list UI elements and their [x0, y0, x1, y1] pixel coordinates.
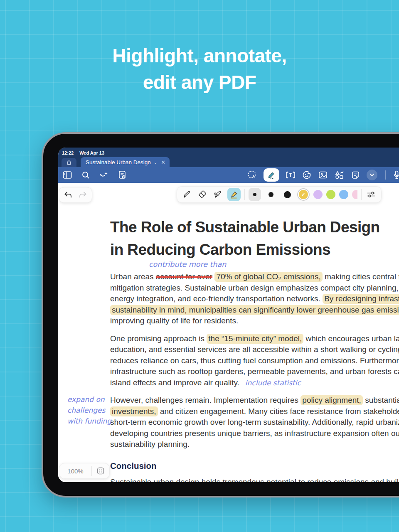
- search-icon[interactable]: [81, 170, 91, 180]
- page-navigator-button[interactable]: [92, 467, 109, 475]
- text-segment: island effects and improve air quality.: [110, 378, 239, 387]
- color-swatch-blue[interactable]: [339, 190, 348, 199]
- annotation-toolbar: ✓: [177, 186, 382, 203]
- more-tools-button[interactable]: [367, 170, 377, 180]
- document-text-line: energy integration, and eco-friendly tra…: [110, 293, 399, 305]
- document-text-line: improving quality of life for residents.: [110, 315, 399, 327]
- highlighter-icon-selected[interactable]: [227, 188, 241, 201]
- pen-tool-active-button[interactable]: [264, 168, 279, 182]
- text-segment: and citizen engagement. Many cities face…: [158, 407, 399, 416]
- tab-chevron-down-icon[interactable]: ⌄: [154, 160, 157, 165]
- document-text-line: Urban areas account for over 70% of glob…: [110, 271, 399, 283]
- eraser-icon[interactable]: [197, 189, 208, 200]
- document-tab[interactable]: Sustainable Urban Design ⌄ ✕: [81, 157, 170, 167]
- mic-record-button[interactable]: [394, 170, 399, 180]
- conclusion-heading: Conclusion: [110, 461, 399, 471]
- lasso-select-icon[interactable]: [247, 170, 257, 180]
- ballpoint-pen-icon[interactable]: [181, 189, 193, 200]
- document-text-line: short-term economic growth over long-ter…: [110, 417, 399, 428]
- hero-line2: edit any PDF: [143, 71, 256, 93]
- text-segment: developing countries presents unique bar…: [110, 429, 399, 438]
- document-text-line: sustainability planning.: [110, 439, 399, 450]
- stroke-size-large[interactable]: [281, 188, 293, 201]
- text-segment: However, challenges remain. Implementati…: [110, 396, 300, 404]
- tab-close-icon[interactable]: ✕: [160, 159, 165, 165]
- text-segment: Urban areas: [110, 272, 156, 281]
- ipad-device-frame: 12:22 Wed Apr 13 Sustainable Urban Desig…: [42, 132, 399, 498]
- margin-note-line3: with funding: [67, 416, 111, 426]
- document-text-line: developing countries presents unique bar…: [110, 428, 399, 439]
- ai-sparkle-icon[interactable]: [99, 170, 109, 180]
- tab-bar: Sustainable Urban Design ⌄ ✕: [58, 157, 399, 167]
- annotation-divider: [244, 189, 245, 200]
- text-segment: sustainability planning.: [110, 440, 190, 448]
- text-segment: One promising approach is: [110, 334, 207, 343]
- highlighted-text: investments,: [110, 406, 158, 416]
- sticker-smiley-icon[interactable]: [302, 170, 312, 180]
- hero-line1: Highlight, annotate,: [112, 45, 286, 66]
- text-segment: substantial: [363, 396, 399, 404]
- toolbar-right-group: [247, 168, 399, 182]
- document-title-line2: in Reducing Carbon Emissions: [110, 239, 399, 261]
- undo-redo-pill: [59, 187, 92, 203]
- color-swatch-pink-clipped[interactable]: [352, 188, 357, 201]
- redo-button[interactable]: [77, 189, 89, 201]
- text-segment: infrastructure such as rooftop gardens, …: [110, 367, 399, 376]
- text-segment: mitigation strategies. Sustainable urban…: [110, 283, 399, 292]
- handwritten-margin-note: expand on challenges with funding: [67, 394, 111, 426]
- undo-button[interactable]: [62, 189, 74, 201]
- document-text-line: reduces reliance on cars, thus cutting f…: [110, 355, 399, 367]
- home-button[interactable]: [62, 158, 76, 167]
- document-text-line: mitigation strategies. Sustainable urban…: [110, 283, 399, 294]
- document-text-line: sustainability in mind, municipalities c…: [110, 305, 399, 316]
- toolbar-divider: [385, 170, 386, 180]
- color-swatch-yellow-selected[interactable]: ✓: [297, 188, 310, 201]
- conclusion-paragraph: Sustainable urban design holds tremendou…: [110, 477, 399, 483]
- check-icon: ✓: [299, 190, 308, 199]
- handwritten-inline-note: include statistic: [245, 379, 301, 387]
- text-segment: improving quality of life for residents.: [110, 316, 238, 325]
- document-text-line: However, challenges remain. Implementati…: [110, 395, 399, 406]
- handwritten-insert-note: contribute more than: [149, 260, 226, 268]
- shapes-tool-icon[interactable]: [334, 170, 344, 180]
- toolbar-left-group: [62, 170, 127, 180]
- highlighted-text: policy alignment,: [300, 395, 363, 405]
- color-swatch-lavender[interactable]: [313, 190, 323, 199]
- text-segment: making cities central to climate: [323, 272, 399, 281]
- hero-heading: Highlight, annotate,edit any PDF: [0, 42, 399, 96]
- margin-note-line2: challenges: [67, 405, 111, 416]
- text-segment: short-term economic growth over long-ter…: [110, 418, 399, 426]
- stroke-size-small-selected[interactable]: [249, 188, 261, 201]
- zoom-level-value[interactable]: 100%: [59, 468, 91, 475]
- fine-pen-icon[interactable]: [212, 189, 224, 200]
- status-date: Wed Apr 13: [79, 150, 104, 155]
- note-tool-icon[interactable]: [350, 170, 360, 180]
- margin-note-line1: expand on: [67, 394, 111, 405]
- stroke-size-medium[interactable]: [265, 188, 277, 201]
- pen-settings-sliders-icon[interactable]: [365, 189, 377, 200]
- main-toolbar: [58, 167, 399, 183]
- home-icon: [64, 158, 74, 167]
- pdf-page-content: The Role of Sustainable Urban Design in …: [110, 183, 399, 482]
- highlighted-text: sustainability in mind, municipalities c…: [110, 305, 399, 315]
- image-tool-icon[interactable]: [318, 170, 328, 180]
- paragraph-1: Urban areas account for over 70% of glob…: [110, 271, 399, 327]
- color-swatch-green[interactable]: [326, 190, 335, 199]
- document-scan-icon[interactable]: [117, 170, 127, 180]
- sidebar-panel-icon[interactable]: [62, 170, 72, 180]
- highlighted-text: 70% of global CO₂ emissions,: [214, 272, 322, 282]
- annotation-divider-2: [361, 189, 362, 200]
- pdf-document-area: ✓ The Role of Sustainable Urban Design i…: [58, 183, 399, 482]
- text-segment: education, and essential services are al…: [110, 345, 399, 354]
- document-text-line: One promising approach is the “15-minute…: [110, 333, 399, 345]
- highlighted-text: By redesigning infrastructure with: [323, 294, 399, 304]
- text-segment: which encourages urban layouts where: [303, 334, 399, 343]
- paragraph-2: One promising approach is the “15-minute…: [110, 333, 399, 389]
- document-title-line1: The Role of Sustainable Urban Design: [110, 216, 399, 239]
- document-text-line: island effects and improve air quality.i…: [110, 377, 399, 389]
- text-segment: reduces reliance on cars, thus cutting f…: [110, 356, 399, 365]
- document-text-line: infrastructure such as rooftop gardens, …: [110, 366, 399, 377]
- text-tool-icon[interactable]: [286, 170, 296, 180]
- document-text-line: investments, and citizen engagement. Man…: [110, 406, 399, 417]
- paragraph-3: However, challenges remain. Implementati…: [110, 395, 399, 450]
